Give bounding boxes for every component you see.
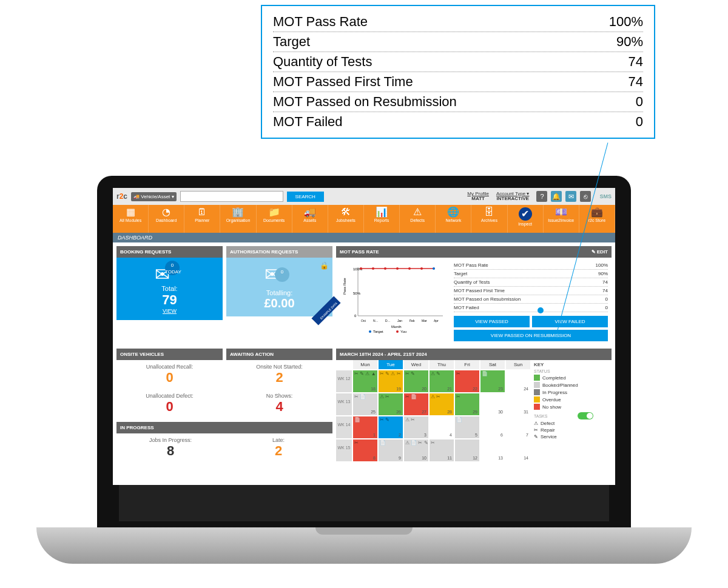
calendar-cell[interactable]: 📄5 xyxy=(455,416,479,438)
calendar-cell[interactable]: ✂11 xyxy=(430,439,454,461)
cal-day-header[interactable]: Wed xyxy=(404,360,428,369)
calendar-cell[interactable]: 24 xyxy=(506,370,530,392)
key-status-row: No show xyxy=(534,404,593,410)
key-status-row: Overdue xyxy=(534,396,593,403)
my-profile-link[interactable]: My ProfileMATT xyxy=(467,192,489,201)
calendar-cell[interactable]: 12 xyxy=(455,439,479,461)
nav-defects[interactable]: ⚠Defects xyxy=(400,205,436,233)
calendar-cell[interactable]: 📄23 xyxy=(480,370,505,392)
booking-view-link[interactable]: VIEW xyxy=(116,308,223,314)
laptop-frame: r2c 🚚 Vehicle/Asset ▾ SEARCH My ProfileM… xyxy=(97,176,631,564)
cal-day-header[interactable]: Mon xyxy=(353,360,377,369)
calendar-cell[interactable]: 📄1 xyxy=(353,416,377,438)
search-input[interactable] xyxy=(180,191,283,202)
svg-text:Month: Month xyxy=(391,325,402,329)
calendar-cell[interactable]: 30 xyxy=(480,393,505,415)
authorisation-requests-widget: AUTHORISATION REQUESTS 🔒 ✉0 Totalling: £… xyxy=(226,246,332,345)
svg-point-23 xyxy=(396,330,399,333)
booking-header: BOOKING REQUESTS xyxy=(116,246,223,258)
view-passed-button[interactable]: VIEW PASSED xyxy=(454,316,530,327)
calendar-cell[interactable]: ⚠ ✂26 xyxy=(379,393,403,415)
nav-organisation[interactable]: 🏢Organisation xyxy=(220,205,256,233)
nav-network[interactable]: 🌐Network xyxy=(436,205,471,233)
callout-leader-dot xyxy=(538,307,544,313)
nav-jobsheets[interactable]: 🛠Jobsheets xyxy=(328,205,364,233)
cal-day-header[interactable]: Sun xyxy=(506,360,530,369)
logout-icon[interactable]: ⎋ xyxy=(580,191,591,202)
cal-day-header[interactable]: Fri xyxy=(455,360,479,369)
nav-assets[interactable]: 🚚Assets xyxy=(292,205,328,233)
calendar-cell[interactable]: 📄9 xyxy=(379,439,403,461)
cal-day-header[interactable]: Sat xyxy=(480,360,505,369)
cal-day-header[interactable]: Tue xyxy=(379,360,403,369)
page-breadcrumb: DASHBOARD xyxy=(113,233,615,242)
calendar-cell[interactable]: 4 xyxy=(430,416,454,438)
view-failed-button[interactable]: VIEW FAILED xyxy=(532,316,608,327)
view-resubmission-button[interactable]: VIEW PASSED ON RESUBMISSION xyxy=(454,330,608,341)
calendar-cell[interactable]: ✂ ✎20 xyxy=(404,370,428,392)
calendar-cell[interactable]: 13 xyxy=(480,439,505,461)
calendar-cell[interactable]: ✂22 xyxy=(455,370,479,392)
tasks-toggle[interactable] xyxy=(578,412,593,419)
svg-text:Jan: Jan xyxy=(397,319,402,322)
mot-callout: MOT Pass Rate100% Target90% Quantity of … xyxy=(261,5,655,139)
calendar-cell[interactable]: ✂ ✎2 xyxy=(379,416,403,438)
onsite-vehicles-widget: ONSITE VEHICLES Unallocated Recall:0 Una… xyxy=(116,349,223,418)
svg-text:0: 0 xyxy=(354,314,357,318)
calendar-grid[interactable]: MonTueWedThuFriSatSunWK 12✂ ✎ ⚠ ▲18✂ ✎ ⚠… xyxy=(336,360,530,461)
week-label: WK 12 xyxy=(336,370,352,392)
svg-text:Target: Target xyxy=(373,330,383,333)
week-label: WK 13 xyxy=(336,393,352,415)
calendar-cell[interactable]: 31 xyxy=(506,393,530,415)
help-icon[interactable]: ? xyxy=(536,191,547,202)
callout-value: 100% xyxy=(609,14,643,30)
notification-icon[interactable]: 🔔 xyxy=(551,191,562,202)
search-button[interactable]: SEARCH xyxy=(287,192,324,202)
calendar-cell[interactable]: ✂8 xyxy=(353,439,377,461)
nav-dashboard[interactable]: ◔Dashboard xyxy=(149,205,184,233)
nav-archives[interactable]: 🗄Archives xyxy=(471,205,507,233)
cal-day-header[interactable]: Thu xyxy=(430,360,454,369)
nav-documents[interactable]: 📁Documents xyxy=(257,205,292,233)
edit-button[interactable]: ✎ EDIT xyxy=(592,249,608,255)
nav-reports[interactable]: 📊Reports xyxy=(364,205,400,233)
main-nav: ▦All Modules ◔Dashboard 🗓Planner 🏢Organi… xyxy=(113,205,615,233)
booking-total: 79 xyxy=(116,292,223,308)
svg-text:D…: D… xyxy=(385,319,391,322)
calendar-cell[interactable]: 7 xyxy=(506,416,530,438)
calendar-cell[interactable]: ⚠ ✂3 xyxy=(404,416,428,438)
key-task-row: ✎Service xyxy=(534,434,593,439)
week-label: WK 15 xyxy=(336,439,352,461)
svg-text:N…: N… xyxy=(373,319,379,322)
calendar-cell[interactable]: ✂ ✎ ⚠ ▲18 xyxy=(353,370,377,392)
mot-stats-table: MOT Pass Rate100% Target90% Quantity of … xyxy=(454,261,608,341)
nav-inspect[interactable]: ✔Inspect xyxy=(508,205,544,233)
nav-issue2invoice[interactable]: 💷Issue2Invoice xyxy=(544,205,579,233)
auth-header: AUTHORISATION REQUESTS xyxy=(226,246,332,258)
awaiting-action-widget: AWAITING ACTION Onsite Not Started:2 No … xyxy=(226,349,332,418)
week-label: WK 14 xyxy=(336,416,352,438)
account-type-dropdown[interactable]: Account Type ▾INTERACTIVE xyxy=(496,192,530,201)
calendar-widget: MARCH 18TH 2024 - APRIL 21ST 2024 MonTue… xyxy=(336,349,612,463)
booking-tile[interactable]: ✉0 TODAY Total: 79 VIEW xyxy=(116,258,223,320)
svg-point-10 xyxy=(408,267,411,270)
calendar-cell[interactable]: ⚠ 📄 ✂ ✎10 xyxy=(404,439,428,461)
search-type-dropdown[interactable]: 🚚 Vehicle/Asset ▾ xyxy=(131,192,177,201)
calendar-cell[interactable]: ✂ 📄25 xyxy=(353,393,377,415)
booking-requests-widget: BOOKING REQUESTS ✉0 TODAY Total: 79 VIEW xyxy=(116,246,223,345)
r2c-logo: r2c xyxy=(116,192,127,201)
svg-text:50%: 50% xyxy=(353,292,361,295)
nav-all-modules[interactable]: ▦All Modules xyxy=(113,205,149,233)
auth-tile[interactable]: 🔒 ✉0 Totalling: £0.00 EXAMPLE DATA xyxy=(226,258,332,316)
calendar-cell[interactable]: ✂29 xyxy=(455,393,479,415)
calendar-cell[interactable]: ⚠ ✎21 xyxy=(430,370,454,392)
calendar-cell[interactable]: ⚠ ✂28 xyxy=(430,393,454,415)
calendar-cell[interactable]: ✂ ✎ ⚠ ✂19 xyxy=(379,370,403,392)
nav-planner[interactable]: 🗓Planner xyxy=(184,205,220,233)
auth-total: £0.00 xyxy=(226,296,332,310)
calendar-cell[interactable]: 6 xyxy=(480,416,505,438)
svg-point-11 xyxy=(420,267,423,270)
calendar-cell[interactable]: 14 xyxy=(506,439,530,461)
mail-icon[interactable]: ✉ xyxy=(565,191,576,202)
calendar-cell[interactable]: ✂ 📄27 xyxy=(404,393,428,415)
